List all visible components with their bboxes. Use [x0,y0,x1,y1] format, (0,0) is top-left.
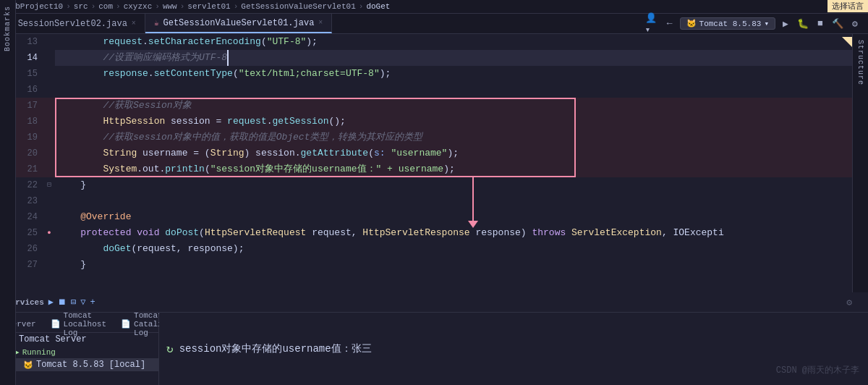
breakpoint-25[interactable]: ● [47,225,51,241]
gutter-19 [43,130,55,145]
code-line-23: 23 [16,193,852,209]
line-content-23 [55,193,852,209]
breadcrumb-part-3[interactable]: com [98,2,113,11]
code-content: 13 request.setCharacterEncoding("UTF-8")… [16,34,852,273]
line-number-25: 25 [16,225,43,241]
bookmarks-label: Bookmarks [4,6,12,51]
arrow-indicator [468,177,478,228]
breadcrumb-part-8[interactable]: doGet [366,2,390,11]
warning-banner: 选择话言 [827,0,868,12]
services-tree: Server 📄 Tomcat Localhost Log 📄 Tomcat C… [0,313,159,385]
bottom-tab-localhost-log[interactable]: 📄 Tomcat Localhost Log [43,316,114,332]
breadcrumb-part-5[interactable]: www [163,2,177,11]
line-number-24: 24 [16,209,43,225]
bottom-panel: Services ▶ ⏹ ⊟ ▽ + ⚙ Server 📄 Tomcat Loc… [0,292,868,385]
breadcrumb-part-6[interactable]: servlet01 [187,2,230,11]
code-line-25: 25 ● protected void doPost(HttpServletRe… [16,225,852,241]
line-number-26: 26 [16,241,43,257]
tab-label-1: SessionServlet02.java [18,19,127,29]
stop-button[interactable]: ■ [813,17,827,31]
line-number-22: 22 [16,177,43,193]
fold-icon-22[interactable]: ⊟ [47,177,51,193]
line-number-20: 20 [16,145,43,161]
line-content-21: System.out.println("session对象中存储的usernam… [55,161,852,177]
tomcat-toolbar: 👤▾ ← 🐱 Tomcat 8.5.83 ▾ ▶ 🐛 ■ 🔨 ⚙ [645,17,868,31]
code-line-26: 26 doGet(request, response); [16,241,852,257]
services-stop-icon[interactable]: ⏹ [58,297,67,308]
line-number-14: 14 [16,50,43,66]
breadcrumb-part-2[interactable]: src [74,2,88,11]
line-content-16 [55,82,852,98]
breadcrumb-part-7[interactable]: GetSessionValueServlet01 [241,2,355,11]
services-filter-icon[interactable]: ⊟ [71,297,76,308]
code-line-16: 16 [16,82,852,98]
gutter-22: ⊟ [43,177,55,193]
line-number-19: 19 [16,130,43,145]
line-number-15: 15 [16,66,43,82]
gutter-18 [43,114,55,130]
code-line-14: 14 //设置响应编码格式为UTF-8 [16,50,852,66]
gutter-16 [43,82,55,98]
close-tab-2[interactable]: × [318,19,323,27]
debug-button[interactable]: 🐛 [796,17,810,31]
line-number-16: 16 [16,82,43,98]
gutter-13 [43,34,55,50]
services-bar: Services ▶ ⏹ ⊟ ▽ + ⚙ [0,292,868,313]
tomcat-instance-icon: 🐱 [23,360,33,370]
structure-label: Structure [856,40,864,85]
gutter-17 [43,98,55,114]
code-editor[interactable]: 13 request.setCharacterEncoding("UTF-8")… [16,34,852,292]
code-line-20: 20 String username = (String) session.ge… [16,145,852,161]
tree-item-tomcat-instance[interactable]: 🐱 Tomcat 8.5.83 [local] [0,358,158,371]
line-content-14: //设置响应编码格式为UTF-8 [55,50,852,66]
servlet-icon: ☕ [154,18,159,28]
services-add-icon[interactable]: + [90,297,95,308]
structure-sidebar[interactable]: Structure [852,34,868,292]
log-tabs-row: Server 📄 Tomcat Localhost Log 📄 Tomcat C… [0,316,158,333]
bottom-panel-inner: Server 📄 Tomcat Localhost Log 📄 Tomcat C… [0,313,868,385]
breadcrumb-bar: webProject10 › src › com › cxyzxc › www … [0,0,868,14]
tab-get-session-servlet[interactable]: ☕ GetSessionValueServlet01.java × [145,14,332,33]
gutter-26 [43,241,55,257]
run-button[interactable]: ▶ [778,17,793,31]
code-line-22: 22 ⊟ } [16,177,852,193]
line-content-24: @Override [55,209,852,225]
line-content-22: } [55,177,852,193]
arrow-head [468,221,478,228]
services-settings-icon[interactable]: ⚙ [846,297,852,308]
build-button[interactable]: 🔨 [830,17,845,31]
line-content-27: } [55,257,852,273]
avatar-button[interactable]: 👤▾ [645,17,660,31]
warning-mark-icon [842,37,852,47]
line-content-25: protected void doPost(HttpServletRequest… [55,225,852,241]
tomcat-badge[interactable]: 🐱 Tomcat 8.5.83 ▾ [680,17,775,30]
code-line-24: 24 @Override [16,209,852,225]
line-content-13: request.setCharacterEncoding("UTF-8"); [55,34,852,50]
localhost-log-icon: 📄 [51,319,61,329]
tab-session-servlet[interactable]: ☕ SessionServlet02.java × [0,14,145,33]
line-content-17: //获取Session对象 [55,98,852,114]
gutter-20 [43,145,55,161]
gutter-27 [43,257,55,273]
code-line-18: 18 HttpSession session = request.getSess… [16,114,852,130]
back-button[interactable]: ← [663,17,677,31]
tab-label-2: GetSessionValueServlet01.java [163,18,315,28]
code-line-13: 13 request.setCharacterEncoding("UTF-8")… [16,34,852,50]
tomcat-dropdown-icon[interactable]: ▾ [764,19,769,28]
main-area: Project 13 request.setCharacterEncoding(… [0,34,868,292]
tomcat-instance-text: Tomcat 8.5.83 [local] [36,360,145,370]
gutter-25: ● [43,225,55,241]
arrow-line [472,177,474,221]
line-number-18: 18 [16,114,43,130]
services-icons: ▶ ⏹ ⊟ ▽ + [48,297,95,308]
close-tab-1[interactable]: × [132,20,136,28]
line-content-18: HttpSession session = request.getSession… [55,114,852,130]
services-filter2-icon[interactable]: ▽ [80,297,85,308]
line-content-20: String username = (String) session.getAt… [55,145,852,161]
breadcrumb-part-4[interactable]: cxyzxc [124,2,153,11]
gutter-23 [43,193,55,209]
code-line-17: 17 //获取Session对象 [16,98,852,114]
settings-button[interactable]: ⚙ [848,17,862,31]
services-run-icon[interactable]: ▶ [48,297,54,308]
tree-item-running[interactable]: ▶ Running [0,346,158,358]
